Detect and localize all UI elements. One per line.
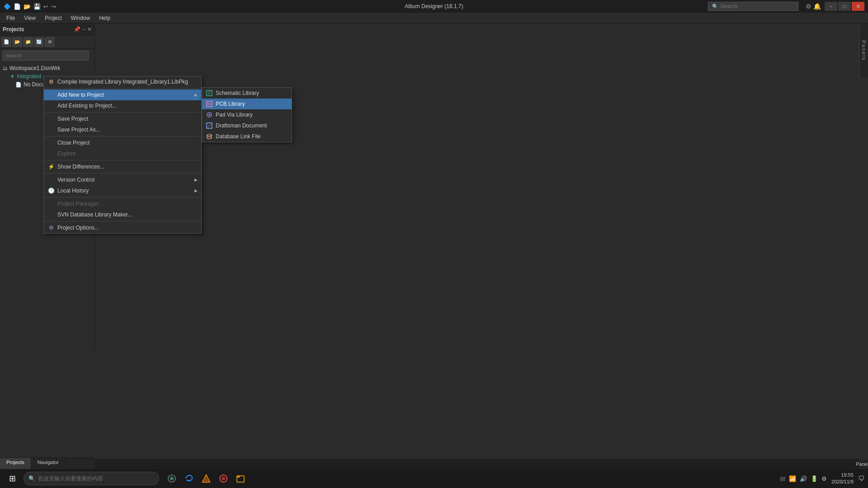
panel-refresh-button[interactable]: 🔄 xyxy=(34,38,43,47)
ctx-show-diff[interactable]: ⚡ Show Differences... xyxy=(44,161,201,172)
svg-rect-22 xyxy=(237,476,240,478)
project-packager-icon xyxy=(47,200,55,207)
panel-pin-button[interactable]: 📌 xyxy=(74,26,80,33)
ctx-sep-5 xyxy=(44,173,201,174)
show-diff-icon: ⚡ xyxy=(47,163,55,170)
sub-ctx-pad-via-lib[interactable]: Pad Via Library xyxy=(202,109,292,120)
right-panels-tab[interactable]: Panels xyxy=(859,23,868,78)
tree-workspace[interactable]: 🗂 Workspace1.DsnWrk xyxy=(0,64,94,72)
ctx-compile-label: Compile Integrated Library Integrated_Li… xyxy=(57,79,188,85)
sub-ctx-db-link[interactable]: Database Link File xyxy=(202,131,292,142)
ctx-svn-db-lib[interactable]: SVN Database Library Maker... xyxy=(44,209,201,220)
panel-open-button[interactable]: 📂 xyxy=(13,38,22,47)
taskbar-files-icon[interactable] xyxy=(232,470,249,487)
taskbar-edge-icon[interactable] xyxy=(181,470,197,487)
sub-ctx-draftsman[interactable]: Draftsman Document xyxy=(202,120,292,131)
menu-view[interactable]: View xyxy=(19,14,40,23)
panel-title: Projects xyxy=(3,26,24,33)
close-project-icon xyxy=(47,139,55,146)
ctx-save-project-as[interactable]: Save Project As... xyxy=(44,124,201,135)
clock-date: 2020/11/9 xyxy=(831,479,854,485)
clock[interactable]: 19:55 2020/11/9 xyxy=(831,472,854,486)
taskbar-altium-icon[interactable] xyxy=(198,470,214,487)
svg-point-16 xyxy=(170,477,174,480)
settings-icon[interactable]: ⚙ xyxy=(806,3,811,10)
ctx-save-project-as-label: Save Project As... xyxy=(57,127,100,133)
main-area xyxy=(95,23,868,352)
menu-help[interactable]: Help xyxy=(94,14,115,23)
svn-icon xyxy=(47,211,55,218)
panel-settings-button[interactable]: ⚙ xyxy=(45,38,54,47)
ctx-project-options[interactable]: ⚙ Project Options... xyxy=(44,222,201,233)
svg-point-12 xyxy=(207,137,212,139)
title-search-bar[interactable]: 🔍 xyxy=(708,2,798,11)
task-mgr-icon[interactable]: ⚙ xyxy=(821,475,827,482)
start-button[interactable]: ⊞ xyxy=(4,470,21,487)
taskbar-right: |||| 📶 🔊 🔋 ⚙ 19:55 2020/11/9 🗨 xyxy=(780,472,864,486)
ctx-add-new[interactable]: Add New to Project xyxy=(44,89,201,100)
clock-time: 19:55 xyxy=(831,472,854,479)
panel-minimize-button[interactable]: − xyxy=(82,26,85,33)
notification-icon[interactable]: 🔔 xyxy=(813,3,821,10)
sub-ctx-draftsman-label: Draftsman Document xyxy=(216,122,267,129)
panel-new-button[interactable]: 📄 xyxy=(2,38,11,47)
workspace-icon: 🗂 xyxy=(3,66,8,71)
panel-search[interactable] xyxy=(3,51,92,61)
draftsman-icon xyxy=(206,122,213,129)
add-new-icon xyxy=(47,91,55,99)
ctx-save-project[interactable]: Save Project xyxy=(44,113,201,124)
version-control-icon xyxy=(47,176,55,183)
svg-point-5 xyxy=(208,103,209,105)
taskbar-browser-icon[interactable] xyxy=(215,470,231,487)
maximize-button[interactable]: □ xyxy=(838,2,851,11)
db-link-icon xyxy=(206,133,213,140)
integrated-lib-icon: ▼ xyxy=(10,74,15,79)
context-menu-sub: Schematic Library PCB Library Pad Via Li… xyxy=(202,87,292,142)
ctx-local-history[interactable]: 🕐 Local History xyxy=(44,185,201,196)
volume-icon[interactable]: 🔋 xyxy=(811,475,818,482)
panel-search-input[interactable] xyxy=(3,51,89,61)
ctx-sep-2 xyxy=(44,112,201,113)
toolbar-icon-new[interactable]: 📄 xyxy=(14,3,21,10)
toolbar-icon-save[interactable]: 💾 xyxy=(33,3,41,10)
ctx-compile[interactable]: ⚙ Compile Integrated Library Integrated_… xyxy=(44,76,201,87)
tab-navigator[interactable]: Navigator xyxy=(31,458,66,469)
ctx-add-existing[interactable]: Add Existing to Project... xyxy=(44,100,201,111)
panels-bottom-label[interactable]: Panels xyxy=(859,459,868,469)
ctx-show-diff-label: Show Differences... xyxy=(57,164,104,170)
toolbar-icon-redo[interactable]: ↪ xyxy=(51,3,56,10)
network-icon[interactable]: 📶 xyxy=(789,475,796,482)
minimize-button[interactable]: − xyxy=(825,2,837,11)
schematic-lib-icon xyxy=(206,89,213,97)
sub-ctx-pcb-lib[interactable]: PCB Library xyxy=(202,99,292,109)
title-search-input[interactable] xyxy=(720,3,788,9)
svg-point-8 xyxy=(208,114,210,116)
menu-file[interactable]: File xyxy=(2,14,19,23)
tab-projects[interactable]: Projects xyxy=(0,458,31,469)
context-menu-main: ⚙ Compile Integrated Library Integrated_… xyxy=(43,76,202,234)
svg-line-10 xyxy=(208,124,211,127)
toolbar-icon-open[interactable]: 📂 xyxy=(24,3,31,10)
wifi-icon[interactable]: 🔊 xyxy=(800,475,807,482)
menu-project[interactable]: Project xyxy=(40,14,66,23)
toolbar-icon-undo[interactable]: ↩ xyxy=(43,3,48,10)
ctx-version-control[interactable]: Version Control xyxy=(44,174,201,185)
save-project-as-icon xyxy=(47,126,55,133)
ctx-svn-db-lib-label: SVN Database Library Maker... xyxy=(57,211,132,218)
panel-close-button[interactable]: ✕ xyxy=(87,26,92,33)
ctx-close-project[interactable]: Close Project xyxy=(44,137,201,148)
close-button[interactable]: ✕ xyxy=(852,2,864,11)
taskbar-search[interactable]: 🔍 xyxy=(24,472,159,485)
notification-center-icon[interactable]: 🗨 xyxy=(858,475,864,482)
ctx-sep-6 xyxy=(44,197,201,197)
pad-via-lib-icon xyxy=(206,111,213,118)
no-doc-icon: 📄 xyxy=(15,82,22,88)
ctx-version-control-label: Version Control xyxy=(57,177,94,183)
taskbar-cortana-icon[interactable] xyxy=(164,470,180,487)
taskbar-search-input[interactable] xyxy=(38,475,146,482)
panel-folder-button[interactable]: 📁 xyxy=(24,38,33,47)
ctx-save-project-label: Save Project xyxy=(57,116,88,122)
sub-ctx-schematic-lib[interactable]: Schematic Library xyxy=(202,88,292,99)
menu-window[interactable]: Window xyxy=(66,14,95,23)
compile-icon: ⚙ xyxy=(47,78,55,85)
